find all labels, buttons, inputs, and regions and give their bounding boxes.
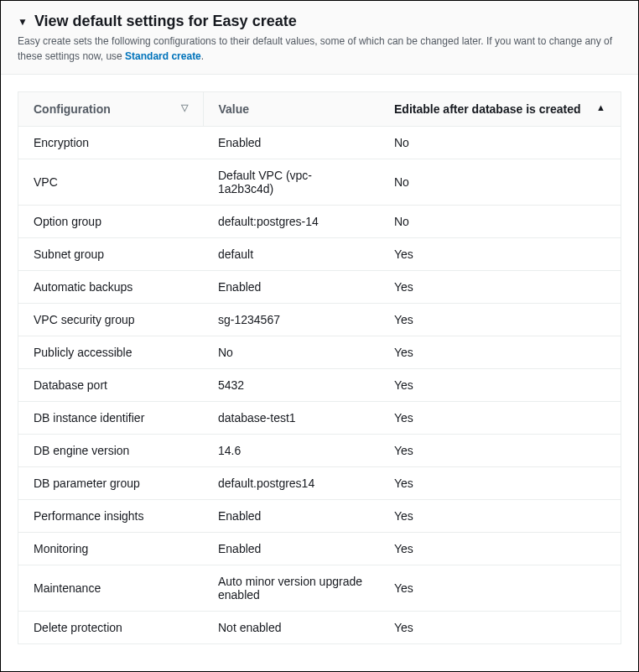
table-body: EncryptionEnabledNoVPCDefault VPC (vpc-1…	[18, 127, 621, 644]
cell-configuration: VPC security group	[18, 304, 203, 336]
settings-table-wrapper: Configuration ▽ Value Editable after dat…	[18, 91, 621, 644]
cell-configuration: Automatic backups	[18, 271, 203, 304]
cell-value: Enabled	[203, 533, 379, 565]
panel-title: View default settings for Easy create	[34, 13, 297, 30]
cell-value: database-test1	[203, 402, 379, 435]
cell-configuration: Publicly accessible	[18, 336, 203, 369]
table-row: Database port5432Yes	[18, 369, 621, 402]
column-label: Configuration	[34, 102, 111, 116]
table-row: VPCDefault VPC (vpc-1a2b3c4d)No	[18, 159, 621, 206]
settings-panel: ▼ View default settings for Easy create …	[0, 0, 639, 672]
column-label: Editable after database is created	[394, 102, 581, 116]
cell-configuration: Monitoring	[18, 533, 203, 565]
cell-editable: Yes	[379, 336, 621, 369]
panel-header: ▼ View default settings for Easy create …	[1, 1, 638, 75]
cell-configuration: Database port	[18, 369, 203, 402]
caret-down-icon: ▼	[18, 16, 28, 28]
cell-editable: Yes	[379, 467, 621, 500]
cell-editable: Yes	[379, 402, 621, 435]
cell-editable: Yes	[379, 565, 621, 612]
table-row: Performance insightsEnabledYes	[18, 500, 621, 533]
cell-editable: No	[379, 159, 621, 206]
cell-editable: Yes	[379, 612, 621, 644]
cell-value: No	[203, 336, 379, 369]
table-row: Publicly accessibleNoYes	[18, 336, 621, 369]
cell-configuration: DB parameter group	[18, 467, 203, 500]
cell-value: Enabled	[203, 271, 379, 304]
column-label: Value	[219, 102, 250, 116]
cell-value: 5432	[203, 369, 379, 402]
cell-value: 14.6	[203, 435, 379, 467]
cell-value: default	[203, 238, 379, 271]
cell-configuration: Maintenance	[18, 565, 203, 612]
cell-value: Auto minor version upgrade enabled	[203, 565, 379, 612]
cell-configuration: Subnet group	[18, 238, 203, 271]
table-row: MonitoringEnabledYes	[18, 533, 621, 565]
sort-icon: ▽	[181, 102, 188, 113]
cell-configuration: Delete protection	[18, 612, 203, 644]
cell-value: sg-1234567	[203, 304, 379, 336]
cell-editable: Yes	[379, 304, 621, 336]
cell-configuration: Option group	[18, 206, 203, 238]
cell-editable: No	[379, 206, 621, 238]
table-row: Automatic backupsEnabledYes	[18, 271, 621, 304]
table-row: DB instance identifierdatabase-test1Yes	[18, 402, 621, 435]
cell-value: default.postgres14	[203, 467, 379, 500]
standard-create-link[interactable]: Standard create	[125, 50, 201, 62]
cell-configuration: Performance insights	[18, 500, 203, 533]
table-row: DB parameter groupdefault.postgres14Yes	[18, 467, 621, 500]
cell-editable: Yes	[379, 271, 621, 304]
cell-configuration: VPC	[18, 159, 203, 206]
table-row: Subnet groupdefaultYes	[18, 238, 621, 271]
column-header-value[interactable]: Value	[203, 92, 379, 127]
cell-value: default:postgres-14	[203, 206, 379, 238]
table-row: MaintenanceAuto minor version upgrade en…	[18, 565, 621, 612]
cell-editable: Yes	[379, 435, 621, 467]
expand-toggle[interactable]: ▼ View default settings for Easy create	[18, 13, 621, 30]
cell-configuration: Encryption	[18, 127, 203, 159]
cell-editable: Yes	[379, 533, 621, 565]
settings-table: Configuration ▽ Value Editable after dat…	[18, 92, 621, 643]
cell-editable: Yes	[379, 369, 621, 402]
description-text: Easy create sets the following configura…	[18, 35, 612, 62]
cell-configuration: DB engine version	[18, 435, 203, 467]
table-row: Option groupdefault:postgres-14No	[18, 206, 621, 238]
cell-configuration: DB instance identifier	[18, 402, 203, 435]
panel-content: Configuration ▽ Value Editable after dat…	[1, 75, 638, 661]
cell-editable: Yes	[379, 500, 621, 533]
column-header-configuration[interactable]: Configuration ▽	[18, 92, 203, 127]
sort-asc-icon: ▲	[596, 102, 605, 112]
table-row: VPC security groupsg-1234567Yes	[18, 304, 621, 336]
cell-value: Default VPC (vpc-1a2b3c4d)	[203, 159, 379, 206]
cell-value: Not enabled	[203, 612, 379, 644]
cell-editable: Yes	[379, 238, 621, 271]
description-period: .	[201, 50, 204, 62]
column-header-editable[interactable]: Editable after database is created ▲	[379, 92, 621, 127]
panel-description: Easy create sets the following configura…	[18, 34, 621, 64]
cell-value: Enabled	[203, 127, 379, 159]
table-row: Delete protectionNot enabledYes	[18, 612, 621, 644]
cell-editable: No	[379, 127, 621, 159]
cell-value: Enabled	[203, 500, 379, 533]
table-row: EncryptionEnabledNo	[18, 127, 621, 159]
table-row: DB engine version14.6Yes	[18, 435, 621, 467]
table-header-row: Configuration ▽ Value Editable after dat…	[18, 92, 621, 127]
